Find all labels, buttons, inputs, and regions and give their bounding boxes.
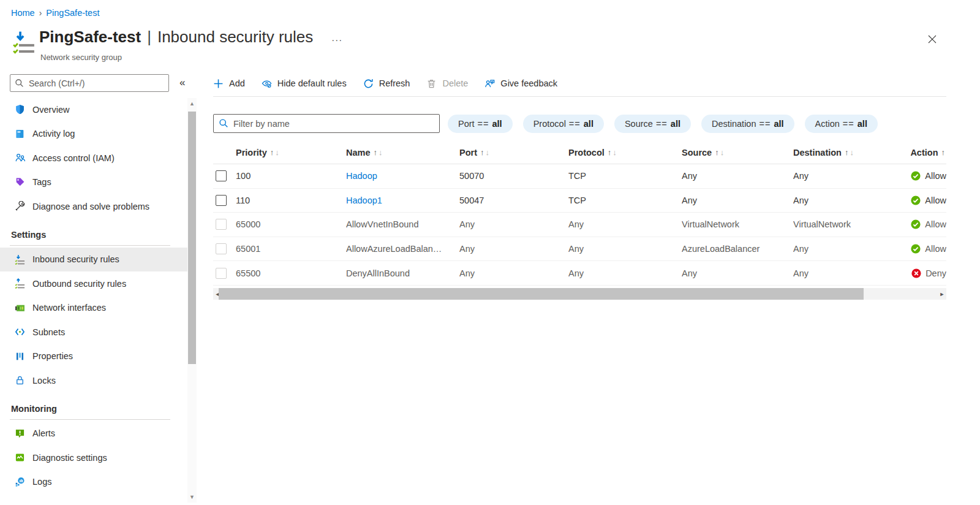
breadcrumb-chevron-icon: › bbox=[39, 8, 42, 18]
cell-destination: VirtualNetwork bbox=[793, 219, 907, 229]
scroll-up-icon[interactable]: ▲ bbox=[187, 101, 197, 107]
table-row: 100Hadoop50070TCPAnyAnyAllow bbox=[213, 164, 946, 189]
filter-pill-port[interactable]: Port==all bbox=[448, 115, 513, 133]
toolbar-button-label: Hide default rules bbox=[277, 78, 347, 88]
sort-down-icon: ↓ bbox=[379, 148, 383, 157]
inbound-rules-icon bbox=[15, 254, 25, 265]
pill-operator: == bbox=[656, 119, 668, 129]
sidebar-item-inbound-security-rules[interactable]: Inbound security rules bbox=[0, 248, 187, 272]
row-checkbox[interactable] bbox=[216, 243, 227, 254]
sidebar-item-alerts[interactable]: Alerts bbox=[0, 422, 187, 446]
scroll-down-icon[interactable]: ▼ bbox=[187, 494, 197, 500]
column-label: Protocol bbox=[568, 148, 605, 158]
sort-down-icon: ↓ bbox=[850, 148, 854, 157]
breadcrumb-current-link[interactable]: PingSafe-test bbox=[46, 8, 99, 18]
column-header-priority[interactable]: Priority↑↓ bbox=[236, 148, 346, 158]
cell-name: Hadoop1 bbox=[346, 196, 459, 205]
column-header-protocol[interactable]: Protocol↑↓ bbox=[568, 148, 682, 158]
sidebar-item-tags[interactable]: Tags bbox=[0, 170, 187, 195]
sidebar-item-locks[interactable]: Locks bbox=[0, 368, 187, 393]
close-icon bbox=[927, 34, 937, 44]
add-button[interactable]: Add bbox=[213, 78, 245, 89]
column-header-name[interactable]: Name↑↓ bbox=[346, 148, 459, 158]
sidebar-item-outbound-security-rules[interactable]: Outbound security rules bbox=[0, 271, 187, 296]
title-separator: | bbox=[147, 28, 151, 47]
row-checkbox[interactable] bbox=[216, 170, 227, 181]
sort-down-icon: ↓ bbox=[612, 148, 617, 157]
collapse-sidebar-button[interactable]: « bbox=[176, 75, 188, 90]
sort-up-icon: ↑ bbox=[608, 148, 612, 157]
table-row: 65001AllowAzureLoadBalan…AnyAnyAzureLoad… bbox=[213, 237, 946, 262]
cell-port: 50047 bbox=[459, 196, 568, 205]
close-blade-button[interactable] bbox=[924, 31, 941, 48]
rule-name-link[interactable]: Hadoop bbox=[346, 171, 377, 181]
sidebar-item-label: Network interfaces bbox=[32, 303, 106, 313]
sort-up-icon: ↑ bbox=[845, 148, 849, 157]
network-security-group-icon bbox=[12, 29, 36, 55]
column-label: Action bbox=[910, 148, 938, 158]
sidebar-item-activity-log[interactable]: Activity log bbox=[0, 122, 187, 146]
row-checkbox[interactable] bbox=[216, 268, 227, 279]
checkbox-cell bbox=[213, 268, 236, 279]
sidebar-item-overview[interactable]: Overview bbox=[0, 97, 187, 122]
cell-priority: 110 bbox=[236, 196, 346, 205]
sidebar-scrollbar[interactable]: ▲ ▼ bbox=[187, 98, 197, 503]
filter-pill-action[interactable]: Action==all bbox=[805, 115, 878, 133]
row-checkbox[interactable] bbox=[216, 219, 227, 230]
table-body: 100Hadoop50070TCPAnyAnyAllow110Hadoop150… bbox=[213, 164, 946, 286]
column-header-port[interactable]: Port↑↓ bbox=[459, 148, 568, 158]
refresh-button[interactable]: Refresh bbox=[363, 78, 410, 89]
rules-table: Priority↑↓Name↑↓Port↑↓Protocol↑↓Source↑↓… bbox=[213, 141, 946, 286]
column-label: Priority bbox=[236, 148, 267, 158]
horizontal-scrollbar[interactable]: ◄ ► bbox=[213, 288, 946, 300]
cell-action: Allow bbox=[907, 171, 946, 181]
give-feedback-button[interactable]: Give feedback bbox=[484, 78, 557, 89]
toolbar-button-label: Delete bbox=[442, 78, 468, 88]
row-checkbox[interactable] bbox=[216, 195, 227, 206]
allow-icon bbox=[911, 219, 921, 229]
filter-box bbox=[213, 114, 440, 133]
sidebar-item-network-interfaces[interactable]: Network interfaces bbox=[0, 296, 187, 321]
shield-icon bbox=[15, 104, 25, 115]
checkbox-cell bbox=[213, 170, 236, 181]
column-header-destination[interactable]: Destination↑↓ bbox=[793, 148, 907, 158]
more-menu-button[interactable]: ··· bbox=[331, 29, 342, 45]
outbound-rules-icon bbox=[15, 278, 25, 289]
action-label: Allow bbox=[925, 171, 946, 181]
column-header-source[interactable]: Source↑↓ bbox=[682, 148, 793, 158]
sidebar-scrollbar-thumb[interactable] bbox=[188, 112, 196, 364]
filter-by-name-input[interactable] bbox=[213, 114, 440, 133]
cell-priority: 100 bbox=[236, 171, 346, 181]
resource-name: PingSafe-test bbox=[39, 28, 141, 47]
sidebar-item-diagnostic-settings[interactable]: Diagnostic settings bbox=[0, 446, 187, 470]
sidebar-item-label: Diagnostic settings bbox=[32, 453, 107, 463]
scroll-right-icon[interactable]: ► bbox=[938, 288, 946, 300]
sidebar-item-properties[interactable]: Properties bbox=[0, 344, 187, 369]
horizontal-scrollbar-thumb[interactable] bbox=[219, 288, 864, 300]
breadcrumb-home-link[interactable]: Home bbox=[11, 8, 35, 18]
sidebar-item-diagnose-and-solve-problems[interactable]: Diagnose and solve problems bbox=[0, 194, 187, 219]
sidebar-item-subnets[interactable]: Subnets bbox=[0, 320, 187, 344]
checkbox-cell bbox=[213, 195, 236, 206]
filter-pill-protocol[interactable]: Protocol==all bbox=[523, 115, 604, 133]
allow-icon bbox=[911, 171, 921, 181]
sidebar-item-label: Tags bbox=[32, 177, 51, 187]
sort-down-icon: ↓ bbox=[486, 148, 490, 157]
column-header-action[interactable]: Action↑ bbox=[907, 148, 946, 158]
sidebar-nav: OverviewActivity logAccess control (IAM)… bbox=[0, 97, 187, 494]
deny-icon bbox=[911, 268, 921, 278]
filter-pill-source[interactable]: Source==all bbox=[614, 115, 691, 133]
column-label: Destination bbox=[793, 148, 842, 158]
pill-operator: == bbox=[478, 119, 489, 129]
sidebar-item-access-control-iam-[interactable]: Access control (IAM) bbox=[0, 146, 187, 170]
sidebar-item-logs[interactable]: Logs bbox=[0, 470, 187, 495]
sidebar-search-input[interactable] bbox=[10, 74, 169, 92]
table-header-row: Priority↑↓Name↑↓Port↑↓Protocol↑↓Source↑↓… bbox=[213, 141, 946, 164]
hide-default-rules-button[interactable]: Hide default rules bbox=[262, 78, 347, 89]
delete-icon bbox=[426, 78, 437, 89]
rule-name-link[interactable]: Hadoop1 bbox=[346, 196, 382, 205]
search-icon bbox=[15, 78, 24, 88]
pill-field: Action bbox=[815, 119, 840, 129]
pill-operator: == bbox=[759, 119, 771, 129]
filter-pill-destination[interactable]: Destination==all bbox=[701, 115, 794, 133]
